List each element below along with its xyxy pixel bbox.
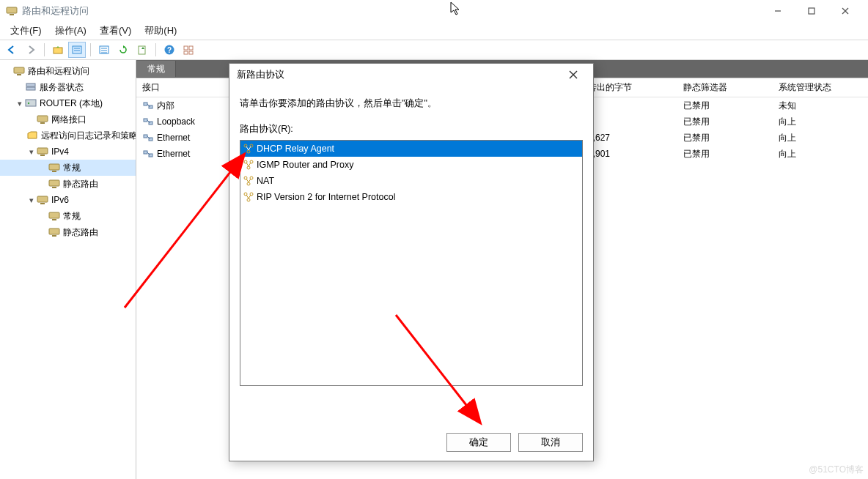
mouse-cursor-icon bbox=[450, 1, 462, 16]
svg-rect-18 bbox=[189, 46, 193, 50]
svg-rect-24 bbox=[26, 87, 35, 90]
protocol-listbox[interactable]: DHCP Relay AgentIGMP Router and ProxyNAT… bbox=[240, 140, 583, 386]
window-title: 路由和远程访问 bbox=[22, 4, 761, 18]
menu-action[interactable]: 操作(A) bbox=[49, 23, 92, 39]
protocol-icon bbox=[243, 144, 254, 154]
maximize-button[interactable] bbox=[795, 0, 828, 22]
svg-rect-23 bbox=[26, 83, 35, 86]
interface-name: Loopback bbox=[157, 116, 195, 127]
dialog-instruction: 请单击你要添加的路由协议，然后单击"确定"。 bbox=[240, 97, 583, 110]
tree-label: 静态路由 bbox=[63, 178, 98, 190]
svg-rect-27 bbox=[37, 116, 48, 122]
svg-rect-37 bbox=[49, 212, 59, 218]
export-button[interactable] bbox=[133, 42, 151, 58]
bytes-out: - bbox=[582, 100, 677, 111]
svg-point-26 bbox=[28, 103, 29, 104]
titlebar: 路由和远程访问 bbox=[0, 0, 868, 22]
svg-rect-14 bbox=[139, 46, 145, 54]
tree-root[interactable]: 路由和远程访问 bbox=[0, 63, 136, 79]
admin-status: 向上 bbox=[773, 148, 868, 160]
dialog-close-button[interactable] bbox=[561, 65, 586, 84]
col-interface[interactable]: 接口 bbox=[136, 81, 202, 94]
protocol-item[interactable]: DHCP Relay Agent bbox=[240, 141, 582, 157]
details-button[interactable] bbox=[95, 42, 113, 58]
tree-network-interfaces[interactable]: 网络接口 bbox=[0, 111, 136, 127]
svg-point-57 bbox=[247, 150, 250, 153]
ok-button[interactable]: 确定 bbox=[446, 433, 511, 452]
protocol-item[interactable]: NAT bbox=[240, 173, 582, 189]
static-filter: 已禁用 bbox=[677, 148, 773, 160]
svg-rect-33 bbox=[49, 180, 59, 186]
up-level-button[interactable] bbox=[49, 42, 67, 58]
tree-ipv6-general[interactable]: 常规 bbox=[0, 208, 136, 224]
static-filter: 已禁用 bbox=[677, 116, 773, 128]
tree-ipv6-static[interactable]: 静态路由 bbox=[0, 224, 136, 240]
protocol-item[interactable]: RIP Version 2 for Internet Protocol bbox=[240, 189, 582, 205]
toolbar: ? bbox=[0, 40, 868, 60]
close-button[interactable] bbox=[828, 0, 862, 22]
dialog-title: 新路由协议 bbox=[237, 68, 561, 81]
tree-label: 常规 bbox=[63, 162, 81, 174]
new-routing-protocol-dialog: 新路由协议 请单击你要添加的路由协议，然后单击"确定"。 路由协议(R): DH… bbox=[229, 63, 594, 461]
protocol-icon bbox=[243, 160, 254, 170]
svg-rect-29 bbox=[37, 148, 48, 154]
view-options-button[interactable] bbox=[180, 42, 197, 58]
properties-button[interactable] bbox=[68, 42, 86, 58]
menu-view[interactable]: 查看(V) bbox=[94, 23, 137, 39]
refresh-button[interactable] bbox=[114, 42, 132, 58]
col-admin-status[interactable]: 系统管理状态 bbox=[773, 81, 868, 94]
nic-icon bbox=[142, 132, 154, 144]
svg-rect-32 bbox=[52, 171, 56, 172]
forward-button[interactable] bbox=[22, 42, 40, 58]
cancel-button[interactable]: 取消 bbox=[518, 433, 583, 452]
watermark: @51CTO博客 bbox=[809, 464, 864, 476]
svg-text:?: ? bbox=[167, 46, 172, 54]
svg-rect-36 bbox=[40, 203, 45, 204]
svg-rect-50 bbox=[144, 151, 147, 154]
svg-point-60 bbox=[247, 166, 250, 169]
tab-general[interactable]: 常规 bbox=[137, 61, 176, 77]
help-button[interactable]: ? bbox=[161, 42, 178, 58]
svg-rect-19 bbox=[184, 51, 188, 54]
tree-ipv4-static[interactable]: 静态路由 bbox=[0, 176, 136, 192]
tree-ipv4-general[interactable]: 常规 bbox=[0, 160, 136, 176]
svg-rect-7 bbox=[73, 46, 81, 53]
navigation-tree: 路由和远程访问 服务器状态 ▾ROUTER (本地) 网络接口 远程访问日志记录… bbox=[0, 60, 136, 479]
menu-help[interactable]: 帮助(H) bbox=[139, 23, 183, 39]
back-button[interactable] bbox=[3, 42, 21, 58]
col-static-filter[interactable]: 静态筛选器 bbox=[677, 81, 773, 94]
svg-rect-28 bbox=[40, 122, 45, 124]
tree-label: 常规 bbox=[63, 210, 81, 223]
nic-icon bbox=[142, 116, 154, 127]
svg-rect-39 bbox=[49, 229, 59, 234]
protocol-label: IGMP Router and Proxy bbox=[257, 160, 353, 170]
col-bytes-out[interactable]: 传出的字节 bbox=[582, 81, 677, 94]
svg-rect-38 bbox=[52, 219, 56, 220]
interface-name: 内部 bbox=[157, 100, 174, 112]
svg-rect-30 bbox=[40, 155, 45, 156]
tree-server-status[interactable]: 服务器状态 bbox=[0, 79, 136, 95]
tree-ipv4[interactable]: ▾IPv4 bbox=[0, 144, 136, 160]
nic-icon bbox=[142, 148, 154, 160]
menu-file[interactable]: 文件(F) bbox=[4, 23, 48, 39]
minimize-button[interactable] bbox=[761, 0, 795, 22]
svg-rect-22 bbox=[17, 74, 21, 75]
static-filter: 已禁用 bbox=[677, 132, 773, 144]
svg-rect-0 bbox=[7, 7, 17, 13]
bytes-out: 6,901 bbox=[582, 149, 677, 159]
tree-ipv6[interactable]: ▾IPv6 bbox=[0, 192, 136, 208]
dialog-titlebar[interactable]: 新路由协议 bbox=[229, 64, 593, 86]
interface-name: Ethernet bbox=[157, 133, 190, 143]
svg-rect-47 bbox=[144, 135, 147, 138]
tree-label: ROUTER (本地) bbox=[40, 97, 103, 110]
svg-rect-20 bbox=[189, 51, 193, 54]
svg-rect-35 bbox=[37, 196, 48, 202]
tree-label: 网络接口 bbox=[51, 114, 87, 126]
tree-remote-log[interactable]: 远程访问日志记录和策略 bbox=[0, 127, 136, 144]
bytes-out: 0 bbox=[582, 116, 677, 127]
protocol-item[interactable]: IGMP Router and Proxy bbox=[240, 157, 582, 173]
admin-status: 向上 bbox=[773, 132, 868, 144]
svg-rect-6 bbox=[54, 48, 62, 53]
protocol-icon bbox=[243, 176, 254, 186]
tree-router[interactable]: ▾ROUTER (本地) bbox=[0, 95, 136, 111]
